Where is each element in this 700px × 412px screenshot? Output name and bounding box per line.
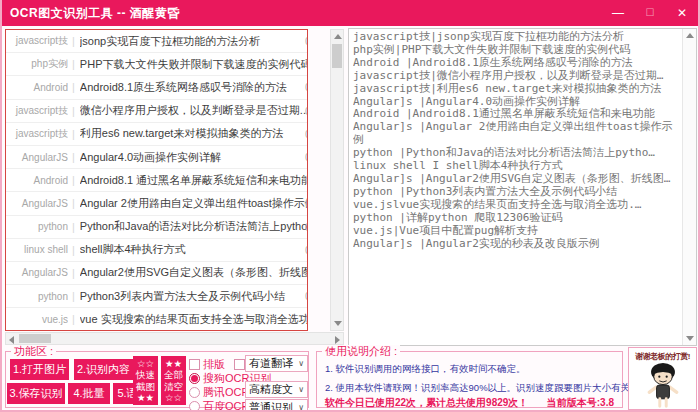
radio-icon [189,387,200,398]
save-result-button[interactable]: 3.保存识别 [7,383,65,404]
scroll-down-icon[interactable] [686,336,694,341]
list-item[interactable]: Android|Android8.1原生系统网络感叹号消除的方法0 [6,76,307,99]
quick-screenshot-label-2: 截图 [136,381,155,393]
list-item-title: shell脚本4种执行方式 [80,242,307,257]
list-item-count: 0 [305,244,308,256]
chevron-down-icon: ∨ [298,359,304,368]
recognize-mode-dropdown[interactable]: 普通识别 ∨ [245,399,308,412]
list-item-title: PHP下载大文件失败并限制下载速度的实例代码 [80,57,307,72]
quick-screenshot-label-1: 快速 [136,369,155,381]
list-item-count: 0 [305,35,308,47]
list-item[interactable]: python|Python3列表内置方法大全及示例代码小结0 [6,285,307,308]
recognize-button[interactable]: 2.识别内容 [74,359,133,380]
usage-count-text: 软件今日已使用22次，累计总共使用9829次！ [325,396,528,410]
translate-engine-dropdown[interactable]: 有道翻译 ∨ [245,355,308,372]
list-item-category: python [6,221,68,232]
list-item-category: javascript技 [6,127,68,141]
list-item-category: javascript技 [6,104,68,118]
list-item[interactable]: AngularJS|Angular 2使用路由自定义弹出组件toast操作示例0 [6,192,307,215]
stars-icon: ☆☆ [137,358,154,370]
list-item[interactable]: javascript技|微信小程序用户授权，以及判断登录是否过期...0 [6,100,307,123]
list-item-count: 0 [305,221,308,233]
scroll-up-icon[interactable] [334,34,342,39]
list-item[interactable]: linux shell|shell脚本4种执行方式0 [6,239,307,262]
list-item[interactable]: javascript技|利用es6 new.target来对模拟抽象类的方法0 [6,123,307,146]
layout-checkbox[interactable]: 排版 [189,357,225,372]
stars-icon: ★★ [165,358,182,370]
list-item[interactable]: AngularJS|Angular2使用SVG自定义图表（条形图、折线图...0 [6,262,307,285]
minimize-button[interactable]: — [610,5,626,21]
window-title: OCR图文识别工具 -- 酒醒黄昏 [10,5,180,22]
list-item-count: 0 [305,197,308,209]
list-item-category: Android [6,175,68,186]
function-zone: 功能区 : 1.打开图片 2.识别内容 3.保存识别 4.批量 5.语音 ☆☆ … [5,351,309,408]
donation-character-icon [642,362,684,408]
usage-instructions-label: 使用说明介绍 : [322,345,400,357]
list-item-separator: | [72,221,75,233]
list-vscroll-thumb[interactable] [332,44,342,68]
list-item[interactable]: python|Python和Java的语法对比分析语法简洁上pytho...0 [6,216,307,239]
list-item-separator: | [72,151,75,163]
scroll-down-icon[interactable] [334,321,342,326]
list-item-title: Python和Java的语法对比分析语法简洁上pytho... [80,219,307,234]
scroll-left-icon[interactable] [9,336,14,344]
list-item-title: Angular2使用SVG自定义图表（条形图、折线图... [80,265,307,280]
chevron-down-icon: ∨ [298,385,304,394]
list-item-separator: | [72,105,75,117]
checkbox-icon [234,359,245,370]
list-item-separator: | [72,313,75,325]
radio-icon [189,401,200,412]
list-horizontal-scrollbar[interactable] [5,332,344,345]
list-item-count: 0 [305,128,308,140]
open-image-button[interactable]: 1.打开图片 [10,359,69,380]
list-item-title: Angular4.0动画操作实例详解 [80,150,307,165]
article-list: javascript技|jsonp实现百度下拉框功能的方法分析0php实例|PH… [5,29,308,331]
chevron-down-icon: ∨ [298,403,304,412]
list-item[interactable]: AngularJS|Angular4.0动画操作实例详解0 [6,146,307,169]
clear-all-button[interactable]: ★★ 全部 清空 ☆☆ [161,356,186,405]
version-text: 当前版本号:3.8 [547,396,614,410]
list-item-title: 微信小程序用户授权，以及判断登录是否过期... [80,103,307,118]
list-item[interactable]: php实例|PHP下载大文件失败并限制下载速度的实例代码0 [6,53,307,76]
function-zone-label: 功能区 : [11,345,56,357]
list-item-category: python [6,291,68,302]
precision-mode-dropdown[interactable]: 高精度文 ∨ [245,381,308,398]
scroll-up-icon[interactable] [686,33,694,38]
list-item-category: javascript技 [6,34,68,48]
checkbox-icon [189,359,200,370]
maximize-button[interactable]: ☐ [642,5,658,21]
list-item[interactable]: javascript技|jsonp实现百度下拉框功能的方法分析0 [6,30,307,53]
list-item-separator: | [72,244,75,256]
batch-button[interactable]: 4.批量 [68,383,110,404]
title-bar: OCR图文识别工具 -- 酒醒黄昏 — ☐ ✕ [0,0,700,26]
list-item-category: AngularJS [6,152,68,163]
list-hscroll-thumb[interactable] [19,334,51,343]
list-item-title: Python3列表内置方法大全及示例代码小结 [80,289,307,304]
window-controls: — ☐ ✕ [610,5,690,21]
scroll-right-icon[interactable] [335,336,340,344]
list-item-category: AngularJS [6,267,68,278]
donation-box: 谢谢老板的打赏! [628,347,697,410]
ocr-output-textarea[interactable]: javascript技|jsonp实现百度下拉框功能的方法分析 php实例|PH… [353,31,680,343]
recognize-mode-value: 普通识别 [249,400,293,412]
stars-icon: ☆☆ [165,392,182,404]
quick-screenshot-button[interactable]: ☆☆ 快速 截图 ★★ [133,356,158,405]
list-item-title: Angular 2使用路由自定义弹出组件toast操作示例 [80,196,307,211]
list-item-category: linux shell [6,244,68,255]
instruction-line-1: 1. 软件识别调用的网络接口，有效时间不确定。 [325,363,526,376]
list-item-category: AngularJS [6,198,68,209]
list-item-category: php实例 [6,57,68,71]
list-vertical-scrollbar[interactable] [330,29,344,331]
list-item-title: Android8.1 通过黑名单屏蔽系统短信和来电功能 [80,173,307,188]
list-item[interactable]: vue.js|vue 实现搜索的结果页面支持全选与取消全选功...0 [6,308,307,331]
list-item-count: 0 [305,58,308,70]
usage-instructions: 使用说明介绍 : 1. 软件识别调用的网络接口，有效时间不确定。 2. 使用本软… [316,351,623,408]
list-item[interactable]: Android|Android8.1 通过黑名单屏蔽系统短信和来电功能0 [6,169,307,192]
stars-icon: ★★ [137,392,154,404]
list-item-title: Android8.1原生系统网络感叹号消除的方法 [80,80,307,95]
list-item-separator: | [72,128,75,140]
list-item-count: 0 [305,267,308,279]
ocr-vertical-scrollbar[interactable] [682,29,696,345]
close-button[interactable]: ✕ [674,5,690,21]
clear-all-label-2: 清空 [164,381,183,393]
